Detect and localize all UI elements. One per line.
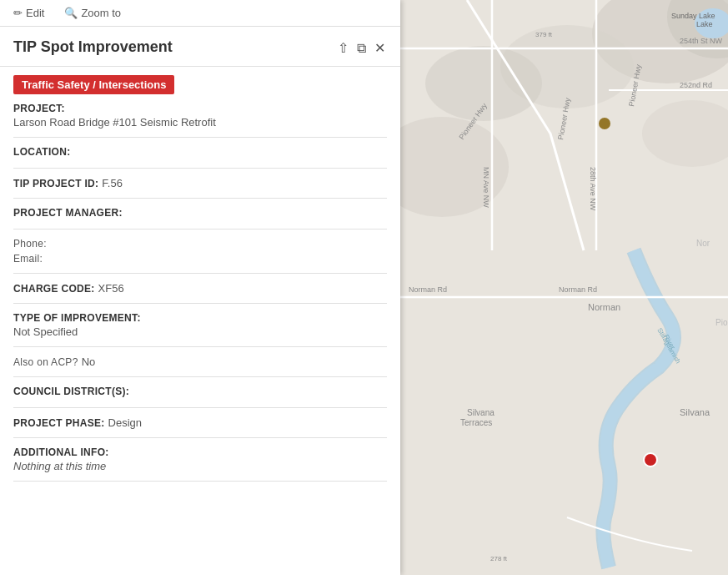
project-label: PROJECT: [13,103,387,114]
project-field: PROJECT: Larson Road Bridge #101 Seismic… [13,94,387,138]
panel-header-actions: ⇧ ⧉ ✕ [336,38,387,58]
info-field: ADDITIONAL INFO: Nothing at this time [13,438,387,482]
category-label: Traffic Safety / Intersections [22,78,166,91]
improvement-value: Not Specified [13,325,387,338]
phase-value: Design [108,416,142,429]
phase-field: PROJECT PHASE: Design [13,408,387,438]
edit-button[interactable]: ✏ Edit [10,5,48,21]
category-badge: Traffic Safety / Intersections [13,75,174,94]
svg-text:28th Ave NW: 28th Ave NW [589,167,597,211]
panel-toolbar: ✏ Edit 🔍 Zoom to [0,0,400,27]
fields-container: PROJECT: Larson Road Bridge #101 Seismic… [0,94,400,482]
edit-label: Edit [26,7,44,19]
tip-id-field: TIP PROJECT ID: F.56 [13,169,387,199]
svg-text:Norman Rd: Norman Rd [409,285,447,294]
phone-field: Phone: Email: [13,229,387,274]
location-label: LOCATION: [13,146,387,158]
map-dot-project [644,453,657,467]
svg-text:Silvana: Silvana [467,408,495,417]
svg-text:Silvana: Silvana [680,407,710,417]
detail-panel: ✏ Edit 🔍 Zoom to TIP Spot Improvement ⇧ … [0,0,400,575]
svg-text:379 ft: 379 ft [535,31,553,38]
expand-button[interactable]: ⧉ [355,38,368,58]
email-label: Email: [13,253,43,265]
svg-text:Pio: Pio [715,318,728,327]
acp-label: Also on ACP? [13,356,78,368]
svg-text:252nd Rd: 252nd Rd [680,81,712,89]
council-label: COUNCIL DISTRICT(S): [13,386,387,397]
improvement-field: TYPE OF IMPROVEMENT: Not Specified [13,304,387,347]
svg-text:Norman Rd: Norman Rd [559,285,597,294]
edit-icon: ✏ [13,7,23,19]
svg-text:Norman: Norman [588,302,620,312]
phone-label: Phone: [13,238,47,250]
zoom-label: Zoom to [81,7,121,19]
svg-text:254th St NW: 254th St NW [680,37,723,45]
project-value: Larson Road Bridge #101 Seismic Retrofit [13,116,387,129]
charge-value: XF56 [98,282,124,295]
panel-header: TIP Spot Improvement ⇧ ⧉ ✕ [0,27,400,67]
phase-label: PROJECT PHASE: [13,417,105,429]
svg-text:Sunday Lake: Sunday Lake [671,12,715,20]
location-field: LOCATION: [13,138,387,169]
info-value: Nothing at this time [13,460,387,472]
charge-label: CHARGE CODE: [13,283,95,295]
svg-text:MN Ave NW: MN Ave NW [482,167,490,208]
acp-value: No [82,356,96,368]
map-svg: 254th St NW 252nd Rd Pioneer Hwy Pioneer… [400,0,728,575]
charge-field: CHARGE CODE: XF56 [13,274,387,304]
council-field: COUNCIL DISTRICT(S): [13,377,387,408]
acp-field: Also on ACP? No [13,347,387,377]
map-dot-north [599,118,610,129]
map-area[interactable]: 254th St NW 252nd Rd Pioneer Hwy Pioneer… [400,0,728,575]
improvement-label: TYPE OF IMPROVEMENT: [13,312,387,324]
panel-title: TIP Spot Improvement [13,38,329,56]
tip-id-label: TIP PROJECT ID: [13,178,98,189]
info-label: ADDITIONAL INFO: [13,446,387,458]
tip-id-value: F.56 [102,177,123,189]
svg-text:Nor: Nor [696,239,710,248]
zoom-icon: 🔍 [64,7,78,19]
svg-text:Terraces: Terraces [460,418,492,427]
manager-field: PROJECT MANAGER: [13,199,387,229]
panel-content: TIP Spot Improvement ⇧ ⧉ ✕ Traffic Safet… [0,27,400,575]
svg-text:Lake: Lake [696,20,713,28]
collapse-button[interactable]: ⇧ [336,38,350,58]
svg-text:278 ft: 278 ft [490,555,508,562]
zoom-to-button[interactable]: 🔍 Zoom to [61,5,124,21]
close-button[interactable]: ✕ [373,38,387,58]
manager-label: PROJECT MANAGER: [13,207,387,219]
